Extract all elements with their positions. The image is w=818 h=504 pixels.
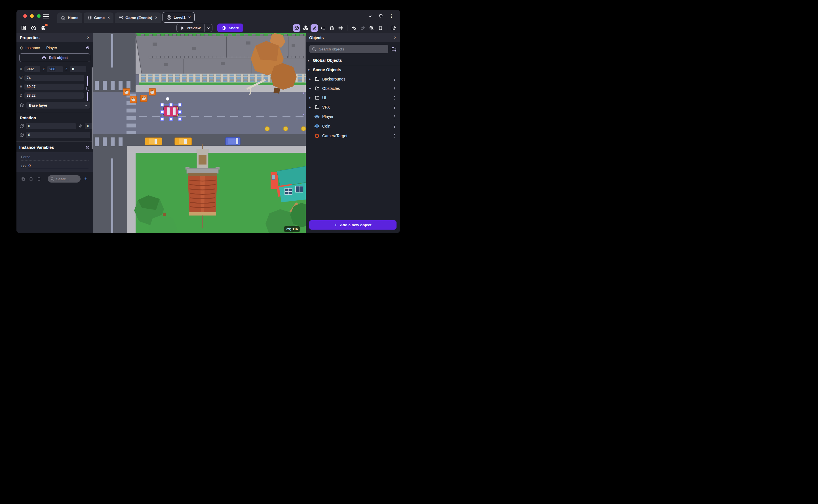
- paste-icon[interactable]: [29, 177, 33, 181]
- folder-row-obstacles[interactable]: ▸ Obstacles ⋮: [306, 84, 400, 93]
- objects-search[interactable]: [309, 45, 388, 53]
- row-menu-icon[interactable]: ⋮: [392, 124, 396, 128]
- redo-icon[interactable]: [359, 24, 366, 32]
- scene-render: ▸ ▾: [93, 33, 306, 233]
- rotate-x-icon: [19, 124, 24, 129]
- object-label: Player: [322, 114, 390, 119]
- scene-objects-section[interactable]: ▾ Scene Objects: [306, 65, 400, 74]
- object-row-coin[interactable]: Coin ⋮: [306, 121, 400, 131]
- row-menu-icon[interactable]: ⋮: [392, 86, 396, 91]
- variables-search-input[interactable]: [56, 177, 78, 181]
- preview-options-chevron[interactable]: [204, 26, 212, 30]
- variables-search[interactable]: [48, 175, 81, 183]
- layer-select-value: Base layer: [29, 103, 47, 107]
- lock-open-icon[interactable]: [85, 46, 90, 50]
- folder-row-backgrounds[interactable]: ▸ Backgrounds ⋮: [306, 74, 400, 84]
- y-input[interactable]: [47, 66, 63, 72]
- tab-close-icon[interactable]: ×: [188, 15, 191, 20]
- instances-list-icon[interactable]: [319, 24, 327, 32]
- object-row-player[interactable]: Player ⋮: [306, 112, 400, 121]
- link-dimensions-toggle[interactable]: [85, 75, 90, 101]
- row-menu-icon[interactable]: ⋮: [392, 96, 396, 100]
- tab-game-events[interactable]: Game (Events) ×: [115, 12, 161, 23]
- row-menu-icon[interactable]: ⋮: [392, 114, 396, 119]
- edit-mode-pencil-icon[interactable]: [310, 24, 318, 32]
- minimize-window-button[interactable]: [30, 14, 34, 18]
- instance-object-name: Player: [46, 46, 57, 50]
- layer-select[interactable]: Base layer: [26, 102, 90, 109]
- tab-home[interactable]: Home: [57, 12, 82, 23]
- trash-icon[interactable]: [37, 177, 41, 181]
- objects-stack-icon[interactable]: [302, 24, 309, 32]
- variable-name[interactable]: Force: [21, 155, 88, 160]
- chevron-right-icon[interactable]: ▸: [308, 87, 312, 90]
- app-window: Home Game × Game (Events) × Lev: [16, 10, 400, 233]
- chevron-right-icon[interactable]: ▸: [308, 77, 312, 81]
- toggle-3d-view-icon[interactable]: [293, 24, 300, 32]
- close-icon[interactable]: ×: [87, 35, 90, 40]
- chevron-down-icon[interactable]: [368, 14, 372, 18]
- object-label: CameraTarget: [322, 134, 390, 138]
- rotation-x-input[interactable]: [26, 123, 76, 129]
- share-button[interactable]: Share: [217, 24, 243, 32]
- close-icon[interactable]: ×: [394, 35, 396, 40]
- object-row-cameratarget[interactable]: CameraTarget ⋮: [306, 131, 400, 141]
- edit-object-button[interactable]: Edit object: [19, 53, 90, 62]
- preview-button[interactable]: Preview: [177, 26, 204, 30]
- scene-properties-icon[interactable]: [390, 24, 397, 32]
- variable-value[interactable]: 0: [28, 163, 88, 169]
- rotation-z-input[interactable]: [26, 132, 90, 138]
- tab-close-icon[interactable]: ×: [107, 15, 110, 20]
- more-menu-icon[interactable]: ⋮: [389, 13, 394, 19]
- editor-toolbar: Preview Share: [16, 23, 400, 33]
- global-objects-section[interactable]: ▸ Global Objects: [306, 56, 400, 65]
- tab-game[interactable]: Game ×: [84, 12, 114, 23]
- folder-row-ui[interactable]: ▸ UI ⋮: [306, 93, 400, 102]
- save-icon[interactable]: [40, 24, 47, 32]
- rotation-section-title: Rotation: [20, 116, 90, 120]
- copy-icon[interactable]: [21, 177, 25, 181]
- trash-icon[interactable]: [377, 24, 384, 32]
- rotate-y-icon: [78, 124, 83, 129]
- scene-canvas[interactable]: ▸ ▾ 29;-116: [93, 33, 306, 233]
- events-sheet-icon: [119, 15, 123, 20]
- main-menu-icon[interactable]: [43, 13, 49, 20]
- tab-level1[interactable]: Level1 ×: [162, 12, 194, 23]
- undo-icon[interactable]: [350, 24, 358, 32]
- zoom-in-icon[interactable]: [368, 24, 375, 32]
- row-menu-icon[interactable]: ⋮: [392, 77, 396, 81]
- objects-search-input[interactable]: [319, 47, 385, 51]
- history-icon[interactable]: [30, 24, 37, 32]
- z-input[interactable]: [70, 66, 86, 72]
- extensions-puzzle-icon[interactable]: [378, 14, 383, 18]
- add-folder-icon[interactable]: [391, 46, 396, 52]
- share-label: Share: [229, 26, 239, 30]
- folder-row-vfx[interactable]: ▸ VFX ⋮: [306, 102, 400, 112]
- scrollbar[interactable]: [92, 67, 93, 149]
- unsaved-changes-dot: [45, 24, 48, 26]
- maximize-window-button[interactable]: [37, 14, 41, 18]
- tab-close-icon[interactable]: ×: [155, 15, 157, 20]
- add-new-object-button[interactable]: + Add a new object: [309, 220, 396, 230]
- add-variable-button[interactable]: +: [84, 176, 88, 182]
- height-input[interactable]: [24, 84, 84, 90]
- layers-icon[interactable]: [328, 24, 335, 32]
- close-window-button[interactable]: [23, 14, 27, 18]
- grid-icon[interactable]: [337, 24, 344, 32]
- section-label: Scene Objects: [313, 67, 341, 72]
- project-manager-icon[interactable]: [20, 24, 27, 32]
- row-menu-icon[interactable]: ⋮: [392, 105, 396, 109]
- open-in-new-icon[interactable]: [85, 145, 90, 150]
- chevron-right-icon[interactable]: ▸: [308, 105, 312, 109]
- layers-icon: [19, 103, 24, 108]
- home-icon: [61, 15, 65, 20]
- row-menu-icon[interactable]: ⋮: [392, 134, 396, 138]
- tab-label: Home: [68, 16, 79, 20]
- z-label: Z: [65, 67, 68, 71]
- depth-input[interactable]: [24, 92, 84, 99]
- x-input[interactable]: [24, 66, 40, 72]
- divider: [16, 112, 93, 112]
- chevron-right-icon[interactable]: ▸: [308, 96, 312, 99]
- tab-label: Game: [94, 16, 105, 20]
- width-input[interactable]: [24, 75, 84, 81]
